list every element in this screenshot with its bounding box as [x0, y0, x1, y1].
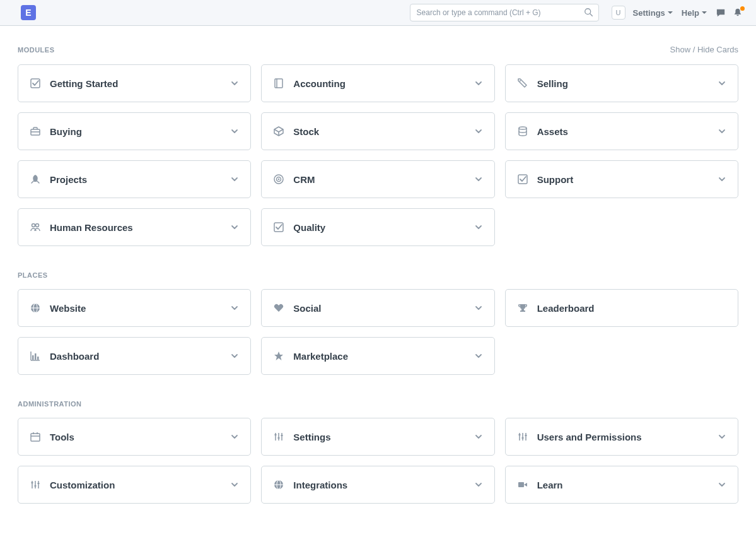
module-card-customization[interactable]: Customization: [18, 466, 251, 504]
card-grid-administration: ToolsSettingsUsers and PermissionsCustom…: [18, 418, 738, 504]
module-card-leaderboard[interactable]: Leaderboard: [505, 289, 738, 327]
module-card-quality[interactable]: Quality: [261, 208, 494, 246]
chevron-down-icon: [230, 352, 239, 360]
card-label: Users and Permissions: [537, 432, 718, 442]
card-label: Dashboard: [50, 351, 230, 362]
card-label: Assets: [537, 126, 718, 137]
chat-icon[interactable]: [716, 8, 726, 18]
trophy-icon: [517, 302, 528, 314]
chevron-down-icon: [474, 223, 483, 232]
chevron-down-icon: [718, 432, 726, 441]
notifications-icon[interactable]: [733, 8, 743, 18]
module-card-dashboard[interactable]: Dashboard: [18, 337, 251, 375]
module-card-tools[interactable]: Tools: [18, 418, 251, 456]
chevron-down-icon: [230, 480, 239, 489]
module-card-accounting[interactable]: Accounting: [261, 64, 494, 102]
section-header-administration: ADMINISTRATION: [18, 400, 738, 408]
calendar-icon: [30, 431, 41, 442]
app-logo[interactable]: E: [21, 5, 36, 20]
chevron-down-icon: [230, 304, 239, 312]
chevron-down-icon: [474, 304, 483, 312]
card-label: Support: [537, 174, 718, 185]
bar-chart-icon: [30, 350, 41, 362]
chevron-down-icon: [718, 127, 726, 136]
chevron-down-icon: [718, 79, 726, 88]
card-label: Social: [293, 303, 474, 314]
search-input[interactable]: [410, 4, 599, 21]
user-initial: U: [616, 9, 621, 16]
show-hide-cards-link[interactable]: Show / Hide Cards: [670, 45, 738, 54]
module-card-website[interactable]: Website: [18, 289, 251, 327]
module-card-stock[interactable]: Stock: [261, 112, 494, 150]
card-label: Website: [50, 303, 230, 314]
section-header-places: PLACES: [18, 271, 738, 279]
star-icon: [273, 350, 284, 362]
card-label: Marketplace: [293, 351, 474, 362]
search-container: [410, 4, 599, 21]
chevron-down-icon: [230, 223, 239, 232]
users-icon: [30, 222, 41, 233]
card-grid-modules: Getting StartedAccountingSellingBuyingSt…: [18, 64, 738, 246]
module-card-learn[interactable]: Learn: [505, 466, 738, 504]
desk-page: MODULESShow / Hide CardsGetting StartedA…: [0, 26, 756, 544]
chevron-down-icon: [474, 352, 483, 360]
module-card-getting-started[interactable]: Getting Started: [18, 64, 251, 102]
search-icon: [584, 8, 594, 18]
card-label: Customization: [50, 480, 230, 490]
book-icon: [273, 78, 284, 89]
sliders-icon: [30, 479, 41, 490]
card-label: Integrations: [293, 480, 474, 490]
section-title: PLACES: [18, 271, 48, 279]
chevron-down-icon: [474, 480, 483, 489]
notification-badge: [740, 6, 745, 11]
module-card-projects[interactable]: Projects: [18, 160, 251, 198]
sliders-icon: [273, 431, 284, 442]
chevron-down-icon: [718, 175, 726, 184]
settings-menu[interactable]: Settings: [633, 8, 673, 18]
sliders-icon: [517, 431, 528, 442]
card-label: CRM: [293, 174, 474, 185]
card-label: Human Resources: [50, 222, 230, 233]
chevron-down-icon: [474, 127, 483, 136]
module-card-settings[interactable]: Settings: [261, 418, 494, 456]
card-label: Quality: [293, 222, 474, 233]
globe-icon: [30, 302, 41, 314]
card-label: Buying: [50, 126, 230, 137]
module-card-integrations[interactable]: Integrations: [261, 466, 494, 504]
rocket-icon: [30, 174, 41, 185]
card-label: Projects: [50, 174, 230, 185]
card-label: Learn: [537, 480, 718, 490]
video-icon: [517, 479, 528, 490]
module-card-support[interactable]: Support: [505, 160, 738, 198]
user-avatar[interactable]: U: [612, 6, 625, 20]
card-label: Tools: [50, 432, 230, 442]
module-card-marketplace[interactable]: Marketplace: [261, 337, 494, 375]
help-label: Help: [682, 8, 699, 18]
navbar: E U Settings Help: [0, 0, 756, 26]
podcast-icon: [273, 174, 284, 185]
caret-down-icon: [702, 11, 707, 14]
section-title: ADMINISTRATION: [18, 400, 82, 408]
card-label: Stock: [293, 126, 474, 137]
help-menu[interactable]: Help: [682, 8, 707, 18]
logo-letter: E: [25, 8, 31, 18]
check-square-icon: [517, 174, 528, 185]
module-card-social[interactable]: Social: [261, 289, 494, 327]
chevron-down-icon: [230, 79, 239, 88]
module-card-assets[interactable]: Assets: [505, 112, 738, 150]
module-card-crm[interactable]: CRM: [261, 160, 494, 198]
section-header-modules: MODULESShow / Hide Cards: [18, 45, 738, 54]
module-card-human-resources[interactable]: Human Resources: [18, 208, 251, 246]
module-card-users-and-permissions[interactable]: Users and Permissions: [505, 418, 738, 456]
briefcase-icon: [30, 126, 41, 137]
card-label: Leaderboard: [537, 303, 726, 314]
globe-icon: [273, 479, 284, 490]
chevron-down-icon: [474, 79, 483, 88]
card-label: Accounting: [293, 78, 474, 89]
card-grid-places: WebsiteSocialLeaderboardDashboardMarketp…: [18, 289, 738, 375]
caret-down-icon: [668, 11, 673, 14]
module-card-buying[interactable]: Buying: [18, 112, 251, 150]
chevron-down-icon: [230, 432, 239, 441]
module-card-selling[interactable]: Selling: [505, 64, 738, 102]
chevron-down-icon: [230, 175, 239, 184]
